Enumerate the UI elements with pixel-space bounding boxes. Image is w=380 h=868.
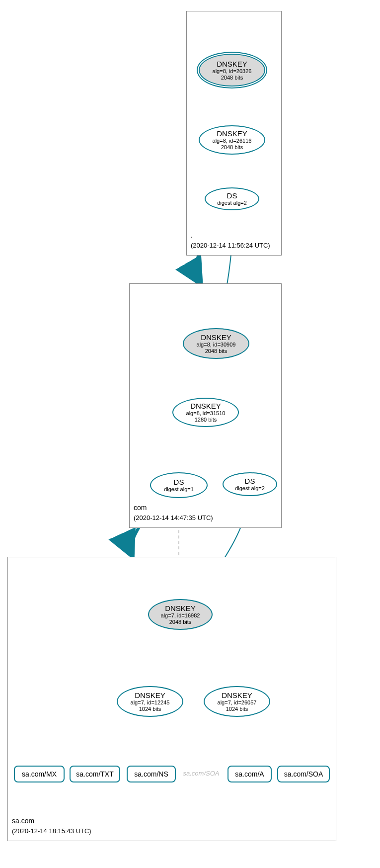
node-title: DNSKEY [222,691,252,699]
zone-date: (2020-12-14 18:15:43 UTC) [12,827,91,835]
node-line: alg=8, id=31510 [186,410,226,417]
node-title: DS [174,478,184,486]
node-line: 2048 bits [221,75,243,81]
node-root-ds: DS digest alg=2 [205,187,259,210]
node-line: alg=8, id=26116 [213,138,252,144]
node-title: DNSKEY [165,604,196,612]
rr-a: sa.com/A [228,766,272,782]
node-line: 1280 bits [195,417,217,423]
zone-name: com [134,504,147,512]
node-line: alg=7, id=16982 [161,612,200,619]
node-com-ds1: DS digest alg=1 [150,472,208,498]
rr-soa: sa.com/SOA [277,766,330,782]
node-root-zsk: DNSKEY alg=8, id=26116 2048 bits [199,125,265,155]
node-line: 2048 bits [205,348,228,354]
node-title: DNSKEY [135,691,165,699]
node-line: digest alg=1 [164,486,194,493]
node-root-ksk: DNSKEY alg=8, id=20326 2048 bits [199,54,265,87]
node-line: 1024 bits [226,706,248,712]
zone-name: . [191,231,193,239]
rr-mx: sa.com/MX [14,766,65,782]
node-line: alg=8, id=20326 [213,68,252,75]
node-sa-zsk1: DNSKEY alg=7, id=12245 1024 bits [117,686,183,717]
node-line: 1024 bits [139,706,161,712]
node-title: DS [245,477,255,485]
node-sa-ksk: DNSKEY alg=7, id=16982 2048 bits [148,599,213,630]
node-line: alg=7, id=12245 [131,699,170,706]
zone-date: (2020-12-14 11:56:24 UTC) [191,242,270,249]
node-title: DNSKEY [217,60,247,68]
rr-ns: sa.com/NS [127,766,176,782]
node-com-zsk: DNSKEY alg=8, id=31510 1280 bits [172,398,239,427]
node-title: DNSKEY [217,129,247,138]
node-title: DNSKEY [201,333,231,342]
rr-soa-ghost: sa.com/SOA [181,766,221,781]
node-line: alg=7, id=26057 [218,699,257,706]
node-line: 2048 bits [221,144,243,151]
node-line: alg=8, id=30909 [197,342,236,348]
zone-name: sa.com [12,817,34,825]
rr-txt: sa.com/TXT [70,766,120,782]
node-sa-zsk2: DNSKEY alg=7, id=26057 1024 bits [204,686,270,717]
node-line: 2048 bits [169,619,192,625]
node-title: DNSKEY [190,402,221,410]
node-com-ksk: DNSKEY alg=8, id=30909 2048 bits [183,328,249,359]
node-line: digest alg=2 [217,200,247,206]
node-com-ds2: DS digest alg=2 [223,472,277,496]
node-line: digest alg=2 [235,485,265,492]
zone-date: (2020-12-14 14:47:35 UTC) [134,514,213,521]
node-title: DS [227,191,237,200]
